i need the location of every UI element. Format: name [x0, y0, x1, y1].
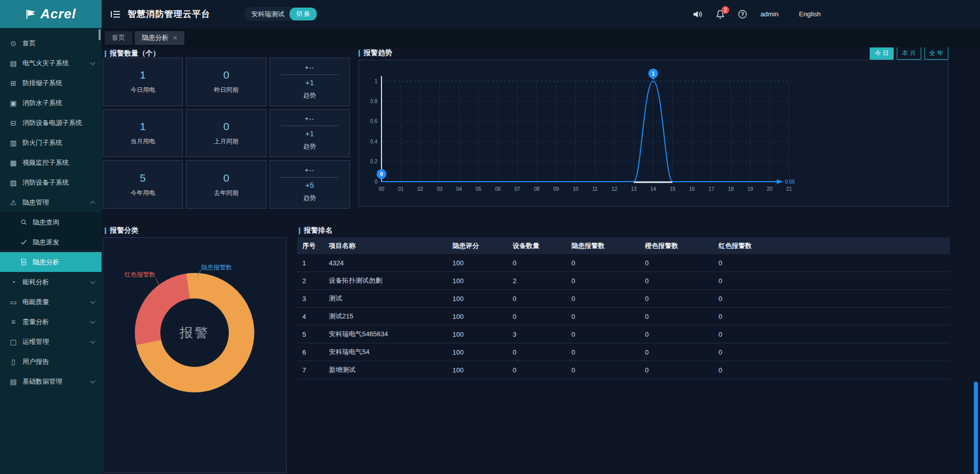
sidebar-item[interactable]: ▯用户报告 — [0, 352, 102, 371]
stat-value: 5 — [140, 172, 146, 184]
sidebar-item[interactable]: ▤基础数据管理 — [0, 371, 102, 391]
category-chart-panel: 报警 红色报警数 隐患报警数 — [103, 237, 286, 473]
help-icon[interactable]: ? — [738, 10, 747, 19]
table-row[interactable]: 2设备拓扑测试勿删1002000 — [297, 272, 950, 290]
svg-text:05: 05 — [475, 186, 482, 192]
table-header-cell[interactable]: 设备数量 — [508, 241, 566, 251]
sidebar-subitem[interactable]: 隐患分析 — [0, 252, 102, 272]
table-cell: 安科瑞电气54 — [324, 347, 447, 357]
stat-value: 0 — [223, 69, 229, 81]
table-row[interactable]: 4测试2151000000 — [297, 308, 950, 326]
switch-tenant-button[interactable]: 切 换 — [290, 8, 317, 20]
table-cell: 3 — [297, 295, 324, 303]
speaker-icon[interactable] — [693, 10, 703, 18]
range-button[interactable]: 今 日 — [870, 47, 894, 60]
table-header-cell[interactable]: 隐患报警数 — [566, 241, 640, 251]
sidebar-item[interactable]: ▢运维管理 — [0, 332, 102, 352]
svg-text:06: 06 — [495, 186, 501, 192]
sidebar-item[interactable]: ▦视频监控子系统 — [0, 153, 102, 172]
sidebar-item[interactable]: ⚠隐患管理 — [0, 192, 102, 212]
sidebar-item-label: 电气火灾子系统 — [22, 59, 86, 68]
sidebar-item[interactable]: ▧消防设备子系统 — [0, 172, 102, 192]
svg-text:21: 21 — [786, 186, 792, 192]
stat-card: 1当月用电 — [103, 109, 183, 158]
sidebar-item[interactable]: ▣消防水子系统 — [0, 93, 102, 113]
elec-fire-icon: ▤ — [9, 59, 17, 67]
category-title-text: 报警分类 — [110, 226, 138, 235]
table-cell: 100 — [447, 313, 508, 320]
sidebar-menu: ⊙首页▤电气火灾子系统⊞防排烟子系统▣消防水子系统⊟消防设备电源子系统▥防火门子… — [0, 28, 102, 474]
table-header-cell[interactable]: 序号 — [297, 241, 324, 251]
collapse-menu-icon[interactable] — [110, 10, 121, 19]
tab-close-icon[interactable]: × — [173, 34, 177, 41]
stat-value: 0 — [223, 120, 229, 133]
stats-grid: 1今日用电0昨日同期+--+1趋势1当月用电0上月同期+--+1趋势5今年用电0… — [103, 58, 350, 209]
basedata-icon: ▤ — [9, 378, 17, 386]
chevron-up-icon — [90, 201, 95, 206]
table-row[interactable]: 7新增测试1000000 — [297, 361, 950, 379]
table-header-cell[interactable]: 橙色报警数 — [640, 241, 713, 251]
main-area: 智慧消防管理云平台 安科瑞测试 切 换 2 ? admin English — [102, 0, 980, 474]
svg-text:0: 0 — [374, 179, 377, 185]
sidebar-item[interactable]: ▥防火门子系统 — [0, 133, 102, 153]
range-button[interactable]: 全 年 — [924, 47, 948, 60]
username[interactable]: admin — [760, 10, 778, 18]
stat-label: 去年同期 — [214, 189, 238, 197]
svg-text:18: 18 — [728, 186, 734, 192]
table-cell: 6 — [297, 348, 324, 356]
report-icon: ▯ — [9, 358, 17, 366]
notification-bell-icon[interactable]: 2 — [716, 10, 725, 19]
tab-label: 首页 — [112, 33, 125, 42]
table-cell: 0 — [640, 331, 713, 338]
acrel-logo-icon — [26, 8, 37, 20]
sidebar-item[interactable]: ⊟消防设备电源子系统 — [0, 113, 102, 133]
table-cell: 测试 — [324, 294, 447, 303]
table-cell: 0 — [640, 366, 713, 374]
table-header-cell[interactable]: 隐患评分 — [447, 241, 508, 251]
sidebar-item[interactable]: ⊙首页 — [0, 33, 102, 53]
sidebar-item[interactable]: ▭电能质量 — [0, 292, 102, 312]
sidebar-item[interactable]: ≡需量分析 — [0, 312, 102, 332]
table-header-row: 序号项目名称隐患评分设备数量隐患报警数橙色报警数红色报警数 — [297, 237, 950, 254]
tab[interactable]: 隐患分析× — [135, 31, 184, 45]
language-switch[interactable]: English — [799, 10, 821, 18]
main-scrollbar-thumb[interactable] — [974, 382, 978, 474]
stat-label: 趋势 — [303, 142, 316, 151]
table-cell: 100 — [447, 259, 508, 267]
table-cell: 100 — [447, 295, 508, 303]
app-root: Acrel ⊙首页▤电气火灾子系统⊞防排烟子系统▣消防水子系统⊟消防设备电源子系… — [0, 0, 980, 474]
door-icon: ▥ — [9, 139, 17, 147]
stat-value: 1 — [140, 120, 146, 133]
table-header-cell[interactable]: 红色报警数 — [713, 241, 950, 251]
sidebar-subitem[interactable]: 隐患派发 — [0, 232, 102, 252]
sidebar-item[interactable]: ⊞防排烟子系统 — [0, 73, 102, 93]
tenant-selector: 安科瑞测试 切 换 — [244, 7, 318, 21]
table-row[interactable]: 6安科瑞电气541000000 — [297, 343, 950, 361]
trend-header: 报警趋势 今 日本 月全 年 — [358, 47, 948, 59]
table-cell: 0 — [508, 295, 566, 303]
table-cell: 2 — [297, 277, 324, 285]
app-title: 智慧消防管理云平台 — [128, 8, 210, 20]
table-row[interactable]: 143241000000 — [297, 254, 950, 272]
table-cell: 0 — [508, 313, 566, 320]
table-header-cell[interactable]: 项目名称 — [324, 241, 447, 251]
tab[interactable]: 首页 — [105, 31, 132, 45]
sidebar-subitem[interactable]: 隐患查询 — [0, 212, 102, 232]
table-row[interactable]: 5安科瑞电气54656341003000 — [297, 326, 950, 343]
water-icon: ▣ — [9, 99, 17, 107]
stat-value: 0 — [223, 172, 229, 184]
range-button[interactable]: 本 月 — [897, 47, 921, 60]
sidebar-item-label: 能耗分析 — [22, 278, 86, 287]
table-row[interactable]: 3测试1000000 — [297, 290, 950, 308]
sidebar-subitem-label: 隐患派发 — [33, 238, 94, 247]
svg-text:12: 12 — [611, 186, 617, 192]
tenant-name: 安科瑞测试 — [251, 10, 284, 19]
sidebar-item[interactable]: ▤电气火灾子系统 — [0, 53, 102, 73]
table-cell: 3 — [508, 331, 566, 338]
sidebar-item[interactable]: ◔能耗分析 — [0, 272, 102, 292]
table-cell: 0 — [566, 348, 640, 356]
doc-icon — [19, 259, 28, 265]
sidebar-scrollbar-thumb[interactable] — [99, 29, 101, 40]
sidebar-item-label: 隐患管理 — [22, 198, 86, 207]
svg-text:14: 14 — [650, 186, 656, 192]
